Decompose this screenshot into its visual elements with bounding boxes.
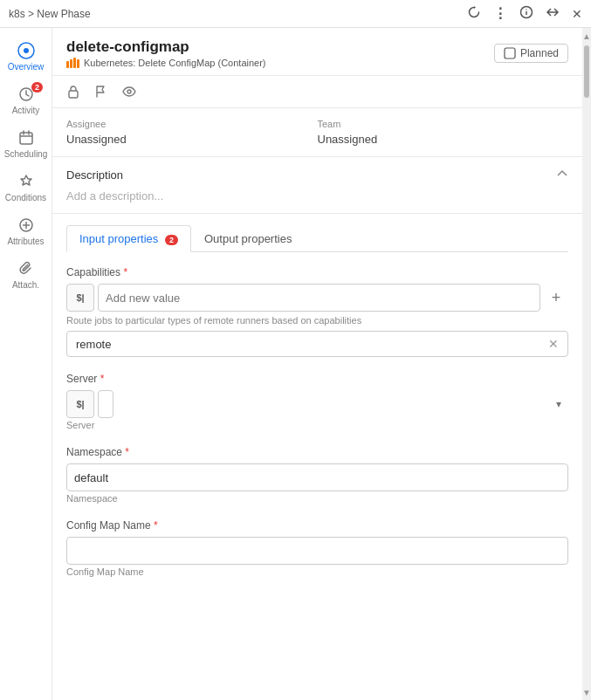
server-select-arrow-icon: ▾ — [556, 398, 561, 410]
scrollbar-up-arrow[interactable]: ▲ — [582, 30, 591, 42]
team-value: Unassigned — [318, 133, 569, 146]
sidebar-item-conditions-label: Conditions — [5, 193, 46, 202]
namespace-input[interactable] — [66, 463, 568, 491]
capabilities-tag-remote: remote ✕ — [66, 331, 568, 357]
sidebar-item-attributes[interactable]: Attributes — [0, 209, 52, 253]
task-subtitle: Kubernetes: Delete ConfigMap (Container) — [66, 58, 266, 68]
server-select[interactable] — [98, 390, 113, 418]
flag-tab[interactable] — [94, 85, 108, 99]
capabilities-field-group: Capabilities * $| + Route jobs to partic… — [66, 266, 568, 357]
server-select-wrapper: ▾ — [98, 390, 568, 418]
capabilities-add-btn[interactable]: + — [544, 285, 568, 310]
tag-remote-remove[interactable]: ✕ — [548, 337, 559, 351]
sidebar-item-scheduling[interactable]: Scheduling — [0, 122, 52, 166]
description-collapse-icon[interactable] — [556, 168, 568, 182]
sidebar-item-attributes-label: Attributes — [7, 237, 44, 246]
input-tab-badge: 2 — [165, 235, 178, 245]
capabilities-input-row: $| + — [66, 284, 568, 312]
tab-input-properties[interactable]: Input properties 2 — [66, 225, 191, 252]
server-var-btn[interactable]: $| — [66, 390, 94, 418]
configmapname-label: Config Map Name * — [66, 519, 568, 532]
server-input-row: $| ▾ — [66, 390, 568, 418]
namespace-label: Namespace * — [66, 446, 568, 458]
configmapname-note: Config Map Name — [66, 566, 568, 577]
refresh-icon[interactable] — [467, 5, 481, 23]
description-label: Description — [66, 168, 123, 182]
expand-icon[interactable] — [546, 5, 560, 22]
task-title: delete-configmap — [66, 38, 266, 56]
icon-tab-bar — [52, 76, 582, 108]
sidebar-item-activity[interactable]: 2 Activity — [0, 79, 52, 122]
sidebar-item-scheduling-label: Scheduling — [4, 149, 47, 159]
close-icon[interactable]: ✕ — [572, 7, 582, 21]
status-badge[interactable]: Planned — [494, 44, 568, 63]
assignee-col: Assignee Unassigned — [66, 119, 318, 146]
server-note: Server — [66, 420, 568, 430]
configmapname-field-group: Config Map Name * Config Map Name — [66, 519, 568, 577]
svg-rect-14 — [69, 91, 78, 98]
sidebar-item-activity-label: Activity — [12, 106, 40, 115]
team-label: Team — [318, 119, 569, 129]
title-bar-actions: ⋮ ✕ — [467, 5, 582, 23]
svg-rect-6 — [20, 133, 32, 144]
activity-badge: 2 — [31, 82, 43, 93]
sidebar-item-attach[interactable]: Attach. — [0, 253, 52, 297]
properties-section: Input properties 2 Output properties Cap… — [52, 214, 582, 700]
svg-rect-13 — [505, 48, 515, 58]
scrollbar-track: ▲ ▼ — [582, 28, 591, 700]
k8s-icon — [66, 58, 79, 68]
configmapname-input[interactable] — [66, 537, 568, 565]
more-icon[interactable]: ⋮ — [493, 5, 507, 22]
info-icon[interactable] — [519, 5, 533, 22]
assignee-team-row: Assignee Unassigned Team Unassigned — [52, 108, 582, 157]
namespace-note: Namespace — [66, 493, 568, 504]
prop-tab-bar: Input properties 2 Output properties — [66, 224, 568, 252]
description-placeholder[interactable]: Add a description... — [66, 189, 568, 202]
capabilities-text-input[interactable] — [98, 284, 540, 312]
capabilities-hint: Route jobs to particular types of remote… — [66, 315, 568, 326]
title-bar: k8s > New Phase ⋮ ✕ — [0, 0, 591, 28]
task-header: delete-configmap Kubernetes: Delete Conf… — [52, 28, 582, 76]
description-section: Description Add a description... — [52, 157, 582, 214]
scrollbar-thumb[interactable] — [584, 45, 589, 98]
scrollbar-down-arrow[interactable]: ▼ — [582, 686, 591, 698]
capabilities-label: Capabilities * — [66, 266, 568, 278]
eye-tab[interactable] — [122, 85, 136, 99]
team-col: Team Unassigned — [318, 119, 569, 146]
sidebar: Overview 2 Activity Scheduling — [0, 28, 52, 700]
namespace-field-group: Namespace * Namespace — [66, 446, 568, 504]
server-label: Server * — [66, 373, 568, 385]
capabilities-var-btn[interactable]: $| — [66, 284, 94, 312]
svg-point-15 — [127, 90, 131, 93]
sidebar-item-overview[interactable]: Overview — [0, 35, 52, 79]
server-field-group: Server * $| ▾ Server — [66, 373, 568, 430]
lock-tab[interactable] — [66, 85, 80, 99]
breadcrumb: k8s > New Phase — [9, 8, 91, 20]
svg-point-4 — [24, 48, 29, 53]
svg-point-2 — [526, 9, 526, 10]
sidebar-item-overview-label: Overview — [8, 62, 45, 72]
assignee-label: Assignee — [66, 119, 318, 129]
sidebar-item-attach-label: Attach. — [12, 280, 39, 290]
tag-remote-label: remote — [76, 338, 111, 351]
sidebar-item-conditions[interactable]: Conditions — [0, 166, 52, 209]
tab-output-properties[interactable]: Output properties — [191, 225, 305, 252]
assignee-value: Unassigned — [66, 133, 318, 146]
